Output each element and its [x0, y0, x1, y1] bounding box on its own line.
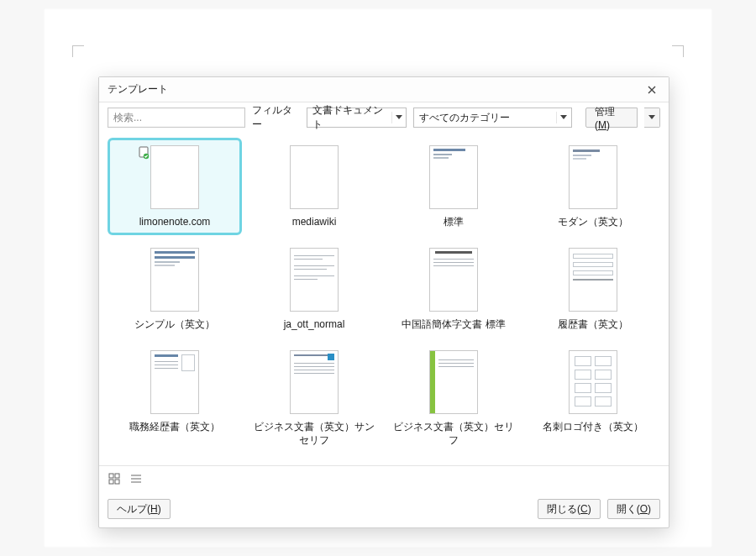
template-thumbnail	[429, 145, 478, 209]
doc-type-value: 文書ドキュメント	[312, 103, 386, 132]
manage-label: 管理(M)	[595, 105, 628, 131]
default-template-badge-icon	[138, 146, 150, 160]
template-item[interactable]: シンプル（英文）	[108, 240, 242, 338]
manage-menu-toggle[interactable]	[644, 108, 660, 128]
grid-icon	[108, 473, 120, 485]
open-button[interactable]: 開く(O)	[607, 499, 660, 519]
template-label: ビジネス文書（英文）サンセリフ	[253, 421, 375, 447]
chevron-down-icon	[391, 112, 402, 123]
template-label: 標準	[444, 216, 464, 229]
template-item[interactable]: ビジネス文書（英文）サンセリフ	[247, 343, 381, 453]
template-thumbnail	[569, 350, 617, 414]
manage-button[interactable]: 管理(M)	[585, 108, 638, 128]
template-label: mediawiki	[292, 216, 337, 229]
help-button[interactable]: ヘルプ(H)	[108, 499, 171, 519]
thumbnail-view-button[interactable]	[108, 472, 121, 485]
templates-grid: limonenote.commediawiki標準モダン（英文）シンプル（英文）…	[108, 138, 660, 453]
search-input[interactable]	[108, 108, 245, 128]
templates-content: limonenote.commediawiki標準モダン（英文）シンプル（英文）…	[99, 133, 669, 465]
dialog-titlebar: テンプレート	[99, 77, 669, 102]
template-item[interactable]: ビジネス文書（英文）セリフ	[386, 343, 521, 453]
dialog-toolbar: フィルター 文書ドキュメント すべてのカテゴリー 管理(M)	[99, 102, 669, 133]
category-value: すべてのカテゴリー	[419, 111, 510, 125]
list-view-button[interactable]	[129, 472, 143, 485]
close-button[interactable]	[643, 81, 660, 98]
list-icon	[130, 473, 142, 485]
category-select[interactable]: すべてのカテゴリー	[413, 108, 572, 128]
template-item[interactable]: mediawiki	[247, 138, 381, 235]
template-thumbnail	[290, 350, 339, 414]
dialog-footer: ヘルプ(H) 閉じる(C) 開く(O)	[99, 490, 669, 527]
template-item[interactable]: 中国語簡体字文書 標準	[386, 240, 521, 338]
chevron-down-icon	[648, 115, 655, 120]
template-label: モダン（英文）	[558, 216, 628, 229]
chevron-down-icon	[556, 112, 568, 123]
template-label: シンプル（英文）	[134, 318, 215, 332]
template-label: limonenote.com	[139, 216, 211, 229]
svg-rect-4	[115, 480, 119, 484]
template-thumbnail	[569, 248, 617, 312]
template-item[interactable]: limonenote.com	[108, 138, 242, 235]
templates-dialog: テンプレート フィルター 文書ドキュメント すべてのカテゴリー 管理(M) li…	[98, 76, 669, 528]
doc-type-select[interactable]: 文書ドキュメント	[307, 108, 407, 128]
close-dialog-button[interactable]: 閉じる(C)	[538, 499, 601, 519]
template-item[interactable]: 標準	[386, 138, 521, 235]
template-label: 中国語簡体字文書 標準	[402, 318, 505, 332]
template-thumbnail	[150, 350, 199, 414]
template-item[interactable]: 名刺ロゴ付き（英文）	[526, 343, 660, 453]
template-item[interactable]: ja_ott_normal	[247, 240, 381, 338]
template-thumbnail	[150, 248, 199, 312]
template-thumbnail	[429, 248, 478, 312]
template-thumbnail	[290, 248, 339, 312]
template-thumbnail	[429, 350, 478, 414]
template-thumbnail	[290, 145, 339, 209]
template-label: ja_ott_normal	[284, 318, 345, 332]
template-label: 職務経歴書（英文）	[129, 421, 220, 434]
template-thumbnail	[150, 145, 199, 209]
template-item[interactable]: 職務経歴書（英文）	[108, 343, 242, 453]
close-icon	[648, 86, 656, 94]
svg-rect-2	[115, 474, 119, 478]
template-label: 名刺ロゴ付き（英文）	[543, 421, 643, 434]
filter-label: フィルター	[252, 103, 300, 132]
template-item[interactable]: 履歴書（英文）	[526, 240, 660, 338]
template-label: ビジネス文書（英文）セリフ	[392, 421, 515, 447]
crop-mark-top-right	[672, 45, 684, 57]
svg-rect-3	[109, 480, 113, 484]
template-item[interactable]: モダン（英文）	[526, 138, 660, 235]
dialog-title: テンプレート	[108, 82, 168, 97]
crop-mark-top-left	[72, 45, 84, 57]
template-label: 履歴書（英文）	[558, 318, 628, 332]
template-thumbnail	[569, 145, 617, 209]
svg-rect-1	[109, 474, 113, 478]
view-toolbar	[99, 465, 669, 490]
